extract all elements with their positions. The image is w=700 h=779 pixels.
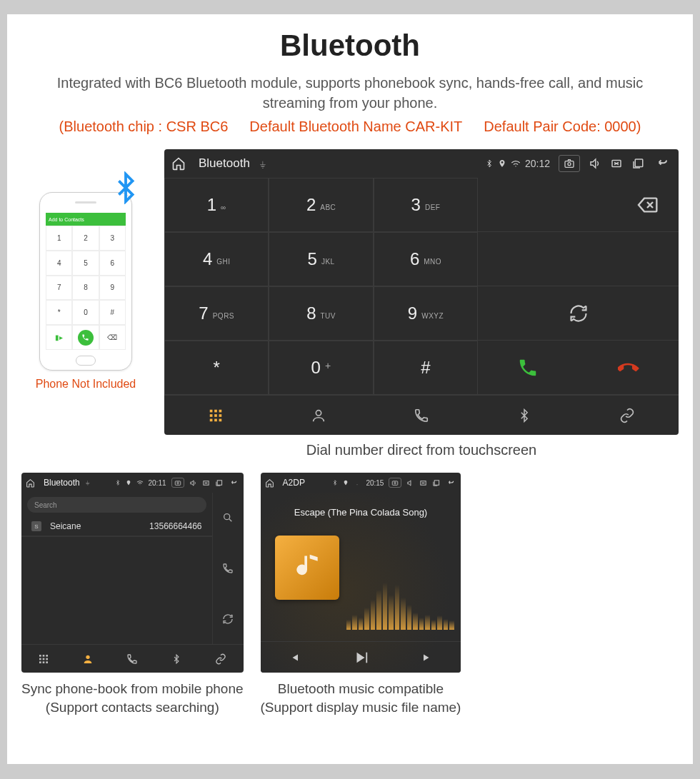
phone-videocall-icon[interactable]: ▮▸ [46,325,72,350]
phone-key[interactable]: 5 [72,251,99,276]
page-subtitle: Integrated with BC6 Bluetooth module, su… [7,73,693,113]
phonebook-caption: Sync phone-book from mobile phone (Suppo… [21,680,244,716]
phone-backspace-icon[interactable]: ⌫ [99,325,126,350]
back-icon[interactable] [228,479,239,487]
volume-icon[interactable] [406,479,414,487]
phone-add-contacts-label: Add to Contacts [49,217,84,222]
phone-key[interactable]: 3 [99,226,126,251]
nav-contacts[interactable] [66,645,110,673]
recents-icon[interactable] [631,157,644,170]
dialer-key-8[interactable]: 8TUV [269,286,373,341]
svg-point-15 [176,482,179,484]
phone-key[interactable]: * [46,300,72,325]
phone-key[interactable]: 2 [72,226,99,251]
swap-icon[interactable] [569,303,589,323]
nav-calllog[interactable] [370,396,473,435]
phone-key[interactable]: 8 [72,276,99,301]
svg-rect-14 [175,481,181,485]
nav-bluetooth[interactable] [154,645,199,673]
dialer-screenshot: Bluetooth ⏚ 20:12 [164,149,679,435]
svg-rect-33 [366,652,367,663]
contact-name: Seicane [50,521,81,531]
screenshot-icon[interactable] [171,478,184,488]
dialer-key-hash[interactable]: # [374,341,478,395]
close-icon[interactable] [610,157,623,170]
nav-contacts[interactable] [267,396,370,435]
screenshot-icon[interactable] [559,155,580,172]
smartphone-illustration: Add to Contacts 1 2 3 4 5 6 7 8 9 * 0 [39,192,132,371]
phone-home-button[interactable] [76,356,96,366]
backspace-icon[interactable] [636,194,659,216]
phone-key[interactable]: 7 [46,276,72,301]
wifi-icon [136,479,144,486]
location-icon [498,159,506,168]
nav-pair[interactable] [199,645,243,673]
dialer-key-5[interactable]: 5JKL [269,232,373,286]
phone-call-icon[interactable] [72,325,99,350]
svg-point-18 [224,514,230,520]
screenshot-icon[interactable] [389,478,401,488]
side-call-icon[interactable] [212,543,244,594]
dialer-key-9[interactable]: 9WXYZ [374,286,478,341]
contact-row[interactable]: S Seicane 13566664466 [21,517,212,536]
nav-calllog[interactable] [110,645,154,673]
a2dp-caption: Bluetooth music compatible (Support disp… [261,680,461,716]
bluetooth-signal-icon [109,171,142,204]
app-title: Bluetooth [199,156,250,171]
spec-name: Default Bluetooth Name CAR-KIT [249,119,462,135]
usb-icon: ⏚ [86,479,89,486]
play-pause-icon[interactable] [353,650,369,665]
hangup-icon[interactable] [618,357,639,378]
home-icon[interactable] [26,478,35,488]
back-icon[interactable] [653,157,671,170]
home-icon[interactable] [171,156,186,171]
back-icon[interactable] [445,479,456,487]
svg-rect-7 [210,414,213,417]
dialer-key-7[interactable]: 7PQRS [164,286,269,341]
search-input[interactable]: Search [27,497,206,513]
nav-pair[interactable] [576,396,679,435]
phone-key[interactable]: 9 [99,276,126,301]
dialer-key-1[interactable]: 1∞ [164,178,269,232]
next-track-icon[interactable] [421,651,434,664]
side-search-icon[interactable] [212,493,244,543]
svg-rect-3 [635,159,643,167]
phone-key[interactable]: # [99,300,126,325]
nav-bluetooth[interactable] [473,396,576,435]
side-refresh-icon[interactable] [212,593,244,644]
volume-icon[interactable] [189,479,197,487]
phone-key[interactable]: 4 [46,251,72,276]
status-time: 20:12 [525,158,550,169]
phone-key[interactable]: 6 [99,251,126,276]
call-icon[interactable] [517,357,539,378]
dialer-key-6[interactable]: 6MNO [374,232,478,286]
dialer-key-4[interactable]: 4GHI [164,232,269,286]
dialer-key-0[interactable]: 0+ [269,341,373,395]
bluetooth-icon [332,480,338,486]
dialer-key-3[interactable]: 3DEF [374,178,478,232]
phonebook-screenshot: Bluetooth ⏚ 20:11 [21,473,244,673]
home-icon[interactable] [265,478,274,488]
visualizer [346,580,454,630]
nav-dialpad[interactable] [164,396,267,435]
recents-icon[interactable] [432,479,440,487]
svg-point-1 [568,163,571,166]
phone-key[interactable]: 0 [72,300,99,325]
dialer-key-2[interactable]: 2ABC [269,178,373,232]
app-title: Bluetooth [44,478,80,488]
svg-rect-0 [565,161,574,168]
nav-dialpad[interactable] [21,645,66,673]
close-icon[interactable] [202,479,210,487]
location-icon [126,480,131,486]
usb-icon: ⏚ [260,159,266,169]
dialer-key-star[interactable]: * [164,341,269,395]
volume-icon[interactable] [589,157,601,170]
app-title: A2DP [283,478,305,488]
album-art-icon [275,536,339,600]
prev-track-icon[interactable] [287,651,300,664]
close-icon[interactable] [419,479,427,487]
phone-key[interactable]: 1 [46,226,72,251]
recents-icon[interactable] [215,479,223,487]
svg-rect-10 [210,418,213,421]
dialer-caption: Dial number direct from touchscreen [164,442,679,458]
